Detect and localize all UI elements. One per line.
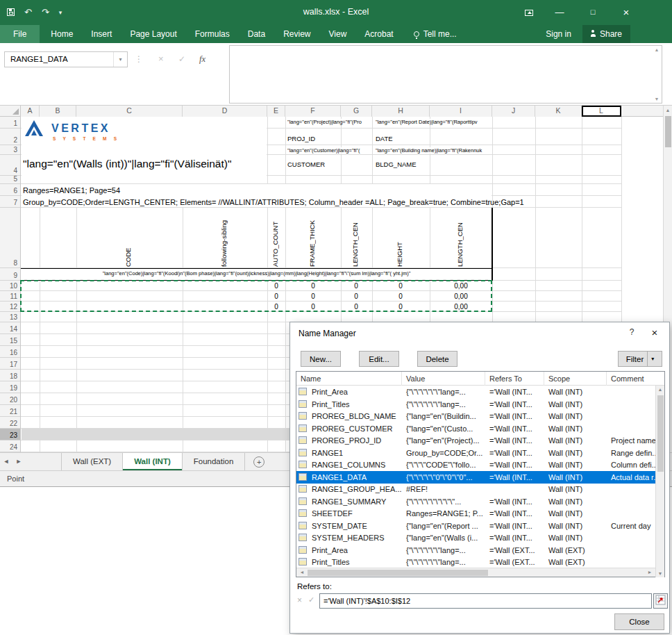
- column-header-e[interactable]: E: [267, 106, 285, 117]
- scrollbar-thumb[interactable]: [308, 570, 488, 576]
- formula-bar-scroll-down-icon[interactable]: ▼: [653, 97, 661, 101]
- filter-button[interactable]: Filter ▾: [618, 351, 662, 367]
- scroll-left-icon[interactable]: ◄: [297, 568, 307, 577]
- name-manager-row[interactable]: RANGE1_GROUP_HEA...#REF!Wall (INT): [296, 483, 655, 495]
- nm-col-header-name[interactable]: Name: [296, 372, 402, 386]
- insert-function-fx-icon[interactable]: fx: [199, 54, 205, 65]
- cell-customer[interactable]: CUSTOMER: [287, 160, 326, 168]
- scroll-up-icon[interactable]: ▲: [656, 387, 664, 392]
- formula-bar-scroll-up-icon[interactable]: ▲: [653, 47, 661, 52]
- ribbon-tab-page-layout[interactable]: Page Layout: [121, 25, 185, 43]
- name-manager-row[interactable]: Print_Titles{"\"\"\"\"\"\"lang=...='Wall…: [296, 556, 655, 568]
- scrollbar-thumb[interactable]: [665, 116, 671, 147]
- name-manager-row[interactable]: PROREG_PROJ_ID{"lang="en"(Project)...='W…: [296, 434, 655, 447]
- name-manager-row[interactable]: RANGE1_DATA{"\"\"\"\"\"0"\"0"\"0"...='Wa…: [296, 471, 655, 484]
- scrollbar-thumb[interactable]: [657, 395, 664, 472]
- tell-me-box[interactable]: Tell me...: [414, 29, 457, 39]
- vertical-header-cell[interactable]: CODE: [125, 209, 132, 267]
- column-header-i[interactable]: I: [430, 106, 492, 117]
- nm-col-header-scope[interactable]: Scope: [544, 372, 607, 386]
- column-header-d[interactable]: D: [183, 106, 267, 117]
- vertical-header-cell[interactable]: FRAME_THICK: [309, 209, 316, 267]
- cell-proj-id[interactable]: PROJ_ID: [287, 135, 316, 142]
- names-list-vscrollbar[interactable]: ▲ ▼: [655, 386, 664, 577]
- column-header-g[interactable]: G: [341, 106, 372, 117]
- refers-to-input[interactable]: [319, 593, 652, 609]
- name-manager-row[interactable]: SHEETDEFRanges=RANGE1; P...='Wall (INT..…: [296, 507, 655, 520]
- ribbon-tab-insert[interactable]: Insert: [82, 25, 121, 43]
- name-manager-row[interactable]: RANGE1_COLUMNS{"\"\"\"CODE"\"follo...='W…: [296, 459, 655, 471]
- cell-ranges-definition[interactable]: Ranges=RANGE1; Page=54: [23, 186, 120, 195]
- delete-button[interactable]: Delete: [417, 351, 457, 367]
- name-manager-row[interactable]: SYSTEM_HEADERS{"lang="en"(Walls (i...='W…: [296, 531, 655, 544]
- name-manager-row[interactable]: Print_Titles{"\"\"\"\"\"\"lang=...='Wall…: [296, 398, 655, 411]
- sheet-tab-wall-int[interactable]: Wall (INT): [123, 453, 183, 470]
- ribbon-tab-view[interactable]: View: [320, 25, 356, 43]
- close-button[interactable]: ×: [614, 0, 639, 24]
- cell-groupby-definition[interactable]: Group_by=CODE;Order=LENGTH_CENTER; Eleme…: [23, 198, 524, 206]
- ribbon-tab-data[interactable]: Data: [239, 25, 274, 43]
- name-manager-row[interactable]: PROREG_CUSTOMER{"lang="en"(Custo...='Wal…: [296, 422, 655, 435]
- new-button[interactable]: New...: [301, 351, 341, 367]
- scroll-up-icon[interactable]: ▲: [664, 108, 672, 113]
- name-manager-row[interactable]: RANGE1_SUMMARY{"\"\"\"\"\"\"\"\"\"...='W…: [296, 495, 655, 508]
- vertical-header-cell[interactable]: LENGTH_CEN: [457, 209, 464, 267]
- formula-bar-input[interactable]: ▲ ▼: [229, 45, 662, 104]
- sheet-nav-left-icon[interactable]: ◄: [0, 453, 12, 470]
- column-header-j[interactable]: J: [492, 106, 535, 117]
- nm-col-header-comment[interactable]: Comment: [607, 372, 664, 386]
- ribbon-tab-review[interactable]: Review: [274, 25, 319, 43]
- name-box[interactable]: RANGE1_DATA ▾: [4, 51, 128, 67]
- scroll-down-icon[interactable]: ▼: [656, 571, 664, 576]
- name-manager-row[interactable]: SYSTEM_DATE{"lang="en"(Report ...='Wall …: [296, 520, 655, 532]
- ribbon-tab-acrobat[interactable]: Acrobat: [355, 25, 402, 43]
- vertical-header-cell[interactable]: AUTO_COUNT: [272, 209, 279, 267]
- column-header-b[interactable]: B: [40, 106, 76, 117]
- cell-bldg-name[interactable]: BLDG_NAME: [375, 160, 417, 168]
- add-sheet-button[interactable]: +: [253, 456, 264, 468]
- sign-in-link[interactable]: Sign in: [546, 29, 571, 39]
- vertical-header-cell[interactable]: HEIGHT: [396, 209, 403, 267]
- minimize-button[interactable]: —: [547, 0, 572, 24]
- cell-building-name-header[interactable]: "lang="en"(Building name)|lang="fi"(Rake…: [375, 147, 482, 154]
- column-header-f[interactable]: F: [285, 106, 341, 117]
- column-header-h[interactable]: H: [372, 106, 430, 117]
- sheet-nav-right-icon[interactable]: ►: [12, 453, 25, 470]
- ribbon-tab-home[interactable]: Home: [42, 25, 82, 43]
- name-manager-row[interactable]: PROREG_BLDG_NAME{"lang="en"(Buildin...='…: [296, 410, 655, 422]
- formula-cancel-icon[interactable]: ×: [158, 53, 164, 64]
- cell-report-date-header[interactable]: "lang="en"(Report Date)|lang="fi"(Raport…: [375, 119, 478, 125]
- range-picker-button[interactable]: [653, 593, 668, 609]
- sheet-tab-foundation[interactable]: Foundation: [183, 453, 246, 470]
- nm-col-header-refers-to[interactable]: Refers To: [485, 372, 544, 386]
- close-button[interactable]: Close: [614, 613, 664, 630]
- column-header-a[interactable]: A: [21, 106, 40, 117]
- name-manager-row[interactable]: Print_Area{"\"\"\"\"\"\"lang=...='Wall (…: [296, 386, 655, 398]
- select-all-corner[interactable]: [0, 106, 21, 117]
- scroll-right-icon[interactable]: ►: [645, 568, 655, 577]
- vertical-header-cell[interactable]: LENGTH_CEN: [352, 209, 359, 267]
- dialog-help-button[interactable]: ?: [625, 327, 639, 337]
- cell-row9-lang-codes[interactable]: "lang="en"(Code)|lang="fi"(Koodi)n"(Bom …: [21, 270, 492, 277]
- nm-col-header-value[interactable]: Value: [402, 372, 485, 386]
- ribbon-tab-formulas[interactable]: Formulas: [186, 25, 239, 43]
- column-header-l[interactable]: L: [582, 106, 621, 117]
- sheet-tab-wall-ext[interactable]: Wall (EXT): [61, 453, 123, 470]
- ribbon-display-options-icon[interactable]: [516, 0, 541, 24]
- cell-walls-title[interactable]: "lang="en"(Walls (int))"|lang="fi"(Välis…: [23, 158, 233, 170]
- formula-enter-icon[interactable]: ✓: [178, 54, 185, 64]
- names-list-hscrollbar[interactable]: ◄ ►: [296, 568, 655, 577]
- edit-button[interactable]: Edit...: [359, 351, 399, 367]
- name-manager-row[interactable]: RANGE1Group_by=CODE;Or...='Wall (INT...W…: [296, 447, 655, 459]
- column-header-c[interactable]: C: [76, 106, 183, 117]
- dialog-close-x-icon[interactable]: ×: [644, 324, 665, 341]
- name-box-caret-icon[interactable]: ▾: [113, 52, 127, 67]
- ribbon-tab-file[interactable]: File: [0, 25, 40, 43]
- cell-customer-header[interactable]: "lang="en"(Customer)|lang="fi"(: [287, 147, 360, 154]
- cell-project-header[interactable]: "lang="en"(Project)|lang="fi"(Pro: [287, 119, 362, 125]
- name-manager-row[interactable]: Print_Area{"\"\"\"\"\"\"lang=...='Wall (…: [296, 544, 655, 556]
- cell-date[interactable]: DATE: [375, 135, 394, 142]
- column-header-k[interactable]: K: [535, 106, 582, 117]
- vertical-header-cell[interactable]: following-sibling: [221, 209, 228, 267]
- maximize-button[interactable]: □: [580, 0, 605, 24]
